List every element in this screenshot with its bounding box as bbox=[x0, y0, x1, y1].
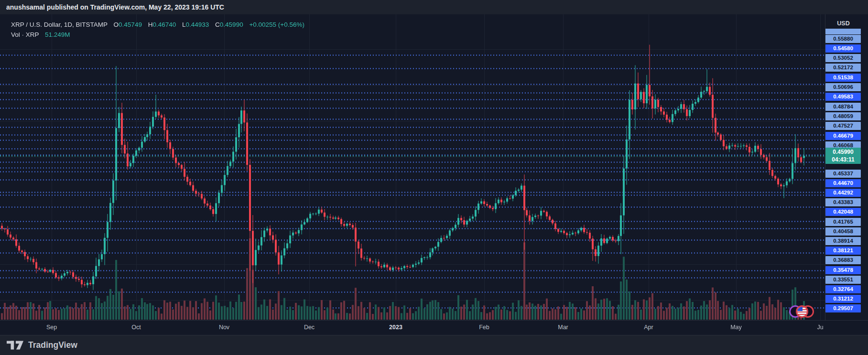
candlestick-chart-canvas[interactable] bbox=[0, 14, 825, 320]
time-axis-label[interactable]: Mar bbox=[558, 324, 568, 331]
price-alert-label[interactable]: 0.54580 bbox=[825, 44, 861, 53]
footer-bar: TradingView bbox=[0, 335, 868, 355]
tradingview-logo-icon[interactable] bbox=[7, 340, 24, 350]
price-alert-label[interactable]: 0.51538 bbox=[825, 74, 861, 82]
current-price-label: 0.45990 04:43:11 bbox=[825, 148, 861, 164]
price-alert-label[interactable]: 0.48059 bbox=[825, 112, 861, 120]
time-axis-label[interactable]: Dec bbox=[304, 324, 315, 331]
attribution-text: anushsamal published on TradingView.com,… bbox=[6, 3, 224, 11]
price-alert-label[interactable]: 0.49583 bbox=[825, 93, 861, 101]
usd-flag-canton bbox=[797, 307, 803, 311]
symbol-row: XRP / U.S. Dollar, 1D, BITSTAMP O0.45749… bbox=[11, 21, 304, 28]
time-axis-label[interactable]: Feb bbox=[479, 324, 489, 331]
price-alert-label[interactable]: 0.42048 bbox=[825, 208, 861, 216]
price-alert-label[interactable]: 0.55880 bbox=[825, 35, 861, 43]
ohlc-close: C0.45990 bbox=[215, 21, 243, 28]
price-alert-label[interactable]: 0.53052 bbox=[825, 54, 861, 62]
price-alert-label[interactable]: 0.38121 bbox=[825, 247, 861, 255]
currency-header[interactable]: USD bbox=[825, 14, 861, 29]
price-alert-label[interactable]: 0.29507 bbox=[825, 304, 861, 312]
price-alert-label[interactable]: 0.35478 bbox=[825, 266, 861, 274]
price-alert-label[interactable]: 0.31212 bbox=[825, 295, 861, 303]
price-alert-label[interactable]: 0.44292 bbox=[825, 189, 861, 197]
time-axis-label[interactable]: May bbox=[730, 324, 742, 331]
price-alert-label[interactable]: 0.50696 bbox=[825, 83, 861, 91]
price-alert-label[interactable]: 0.40458 bbox=[825, 227, 861, 236]
usd-flag-badge bbox=[796, 305, 808, 318]
change-value: +0.00255 (+0.56%) bbox=[249, 21, 304, 28]
chart-legend: XRP / U.S. Dollar, 1D, BITSTAMP O0.45749… bbox=[11, 21, 304, 41]
price-alert-label[interactable]: 0.41765 bbox=[825, 218, 861, 226]
price-alert-label[interactable]: 0.44670 bbox=[825, 179, 861, 187]
attribution-bar: anushsamal published on TradingView.com,… bbox=[0, 0, 868, 14]
price-alert-label[interactable]: 0.36883 bbox=[825, 256, 861, 264]
time-axis-label[interactable]: Ju bbox=[817, 324, 823, 331]
time-axis[interactable]: SepOctNovDec2023FebMarAprMayJu bbox=[0, 320, 868, 335]
ohlc-open: O0.45749 bbox=[114, 21, 142, 28]
ohlc-high: H0.46740 bbox=[148, 21, 176, 28]
price-axis[interactable]: USD 0.45990 04:43:11 0.558800.545800.530… bbox=[825, 14, 868, 320]
price-alert-label[interactable]: 0.33551 bbox=[825, 276, 861, 284]
price-alert-label[interactable]: 0.43383 bbox=[825, 198, 861, 206]
candle-countdown: 04:43:11 bbox=[825, 156, 861, 163]
time-axis-label[interactable]: Oct bbox=[131, 324, 141, 331]
time-axis-label[interactable]: Sep bbox=[46, 324, 57, 331]
price-alert-label[interactable]: 0.38914 bbox=[825, 237, 861, 245]
time-axis-label[interactable]: Nov bbox=[219, 324, 229, 331]
current-price-value: 0.45990 bbox=[825, 148, 861, 156]
price-alert-label[interactable]: 0.46679 bbox=[825, 132, 861, 140]
price-alert-label[interactable]: 0.45337 bbox=[825, 170, 861, 178]
time-axis-label[interactable]: Apr bbox=[644, 324, 653, 331]
symbol-title[interactable]: XRP / U.S. Dollar, 1D, BITSTAMP bbox=[11, 21, 108, 28]
price-alert-label[interactable]: 0.32764 bbox=[825, 285, 861, 293]
price-alert-label[interactable]: 0.52172 bbox=[825, 64, 861, 72]
price-alert-label[interactable]: 0.47527 bbox=[825, 122, 861, 130]
volume-row: Vol · XRP 51.249M bbox=[11, 31, 304, 38]
time-axis-label[interactable]: 2023 bbox=[389, 324, 402, 331]
volume-label[interactable]: Vol · XRP bbox=[11, 31, 39, 38]
tradingview-wordmark[interactable]: TradingView bbox=[28, 340, 77, 350]
volume-value: 51.249M bbox=[45, 31, 70, 38]
price-alert-label[interactable]: 0.48784 bbox=[825, 103, 861, 111]
ohlc-low: L0.44933 bbox=[182, 21, 209, 28]
